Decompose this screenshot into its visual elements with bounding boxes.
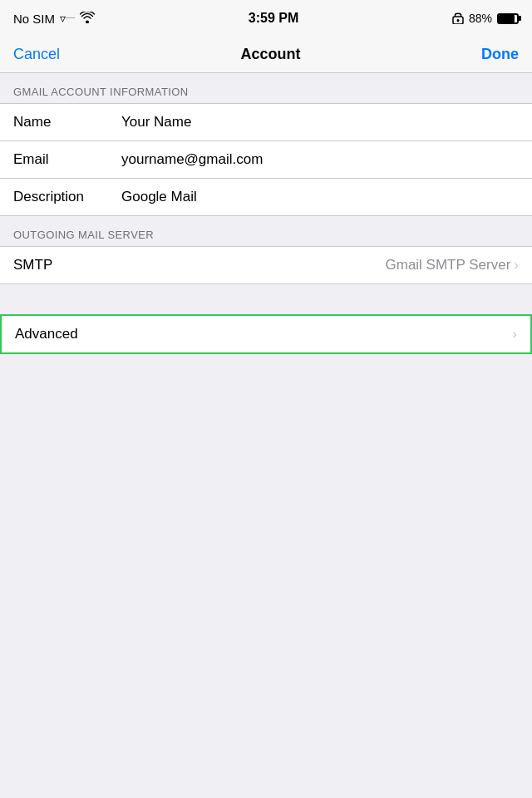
email-row[interactable]: Email yourname@gmail.com [0,141,532,179]
smtp-value: Gmail SMTP Server [386,257,511,273]
email-value: yourname@gmail.com [121,151,519,168]
status-bar: No SIM ▿𝄖 3:59 PM 88% [0,0,532,37]
battery-icon [497,13,519,24]
advanced-row[interactable]: Advanced › [2,316,530,352]
name-row[interactable]: Name Your Name [0,104,532,141]
wifi-bars [80,12,95,26]
done-button[interactable]: Done [481,46,519,63]
description-value: Google Mail [121,189,519,205]
carrier-label: No SIM [13,12,55,26]
status-left: No SIM ▿𝄖 [13,12,95,26]
chevron-right-icon: › [514,257,519,273]
description-row[interactable]: Description Google Mail [0,179,532,215]
advanced-label: Advanced [15,326,78,342]
name-value: Your Name [121,114,519,131]
name-label: Name [13,114,121,131]
email-label: Email [13,151,121,168]
wifi-icon: ▿𝄖 [60,12,75,26]
battery-percent: 88% [469,12,492,25]
smtp-value-container: Gmail SMTP Server › [121,257,519,273]
outgoing-section-header: OUTGOING MAIL SERVER [0,216,532,246]
status-time: 3:59 PM [249,11,298,26]
lock-icon [452,11,464,27]
smtp-label: SMTP [13,257,121,273]
status-right: 88% [452,11,519,27]
page-title: Account [241,46,301,63]
advanced-section: Advanced › [0,314,532,354]
nav-bar: Cancel Account Done [0,37,532,73]
cancel-button[interactable]: Cancel [13,46,60,63]
gmail-section-label: GMAIL ACCOUNT INFORMATION [13,86,189,98]
battery-fill [499,15,515,22]
outgoing-mail-table: SMTP Gmail SMTP Server › [0,246,532,284]
advanced-chevron-icon: › [512,326,517,342]
description-label: Description [13,189,121,205]
gmail-section-header: GMAIL ACCOUNT INFORMATION [0,73,532,103]
outgoing-section-label: OUTGOING MAIL SERVER [13,229,154,241]
gmail-account-table: Name Your Name Email yourname@gmail.com … [0,103,532,216]
smtp-row[interactable]: SMTP Gmail SMTP Server › [0,247,532,283]
